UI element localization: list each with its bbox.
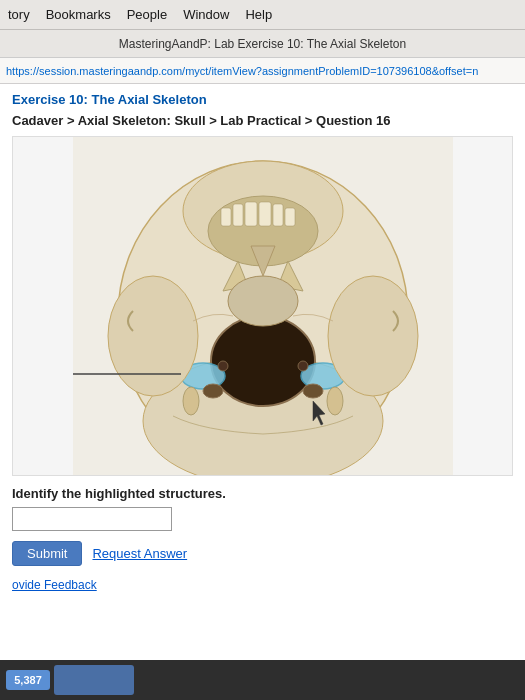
svg-point-16 — [203, 384, 223, 398]
feedback-link[interactable]: ovide Feedback — [12, 578, 513, 592]
svg-point-17 — [303, 384, 323, 398]
breadcrumb: Cadaver > Axial Skeleton: Skull > Lab Pr… — [12, 113, 513, 128]
answer-input[interactable] — [12, 507, 172, 531]
menu-item-people[interactable]: People — [127, 7, 167, 22]
buttons-row: Submit Request Answer — [12, 541, 513, 566]
address-bar[interactable]: https://session.masteringaandp.com/myct/… — [0, 58, 525, 84]
skull-image — [12, 136, 513, 476]
menu-item-history[interactable]: tory — [8, 7, 30, 22]
identify-label: Identify the highlighted structures. — [12, 486, 513, 501]
svg-point-11 — [211, 316, 315, 406]
menu-item-bookmarks[interactable]: Bookmarks — [46, 7, 111, 22]
request-answer-button[interactable]: Request Answer — [92, 546, 187, 561]
taskbar-item[interactable] — [54, 665, 134, 695]
exercise-title: Exercise 10: The Axial Skeleton — [12, 92, 513, 107]
submit-button[interactable]: Submit — [12, 541, 82, 566]
svg-rect-5 — [221, 208, 231, 226]
svg-point-20 — [108, 276, 198, 396]
svg-point-19 — [298, 361, 308, 371]
taskbar: 5,387 — [0, 660, 525, 700]
menu-item-help[interactable]: Help — [245, 7, 272, 22]
svg-point-14 — [183, 387, 199, 415]
menu-item-window[interactable]: Window — [183, 7, 229, 22]
svg-point-22 — [228, 276, 298, 326]
page-content: Exercise 10: The Axial Skeleton Cadaver … — [0, 84, 525, 660]
svg-rect-9 — [273, 204, 283, 226]
browser-title: MasteringAandP: Lab Exercise 10: The Axi… — [119, 37, 406, 51]
address-text: https://session.masteringaandp.com/myct/… — [6, 65, 478, 77]
svg-rect-7 — [245, 202, 257, 226]
taskbar-badge[interactable]: 5,387 — [6, 670, 50, 690]
svg-rect-10 — [285, 208, 295, 226]
svg-point-15 — [327, 387, 343, 415]
skull-svg — [73, 136, 453, 476]
svg-rect-8 — [259, 202, 271, 226]
url-link[interactable]: https://session.masteringaandp.com/myct/… — [6, 65, 478, 77]
svg-point-21 — [328, 276, 418, 396]
svg-point-18 — [218, 361, 228, 371]
browser-title-bar: MasteringAandP: Lab Exercise 10: The Axi… — [0, 30, 525, 58]
menu-bar: tory Bookmarks People Window Help — [0, 0, 525, 30]
svg-rect-6 — [233, 204, 243, 226]
